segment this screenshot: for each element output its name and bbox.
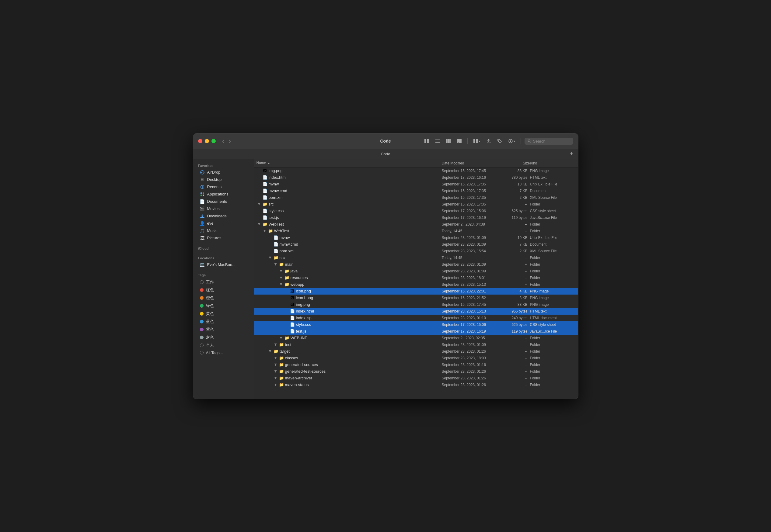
expand-arrow[interactable]: ▶	[280, 283, 283, 286]
sidebar-item-music[interactable]: 🎵 Music	[195, 227, 252, 234]
sidebar-tag-blue[interactable]: 蓝色	[195, 318, 252, 326]
table-row[interactable]: 🖼 icon1.png September 16, 2023, 21:52 3 …	[254, 295, 578, 301]
file-icon: 🖼	[290, 302, 295, 307]
table-row[interactable]: ▶ 📁 maven-status September 23, 2023, 01:…	[254, 382, 578, 388]
expand-arrow[interactable]: ▶	[274, 383, 278, 387]
table-row[interactable]: ▶ 📁 WEB-INF September 2...2023, 02:05 --…	[254, 335, 578, 341]
table-row[interactable]: 📄 mvnw.cmd September 23, 2023, 01:09 7 K…	[254, 241, 578, 248]
table-row[interactable]: ▶ 📁 classes September 23, 2023, 18:03 --…	[254, 355, 578, 361]
search-bar[interactable]	[524, 138, 573, 145]
expand-arrow[interactable]: ▶	[280, 336, 283, 340]
sidebar-tag-yellow[interactable]: 黄色	[195, 310, 252, 318]
tag-label-orange: 橙色	[206, 295, 214, 301]
table-row[interactable]: ▶ 📁 java September 23, 2023, 01:09 -- Fo…	[254, 268, 578, 275]
table-row[interactable]: ▶ 📁 generated-sources September 23, 2023…	[254, 361, 578, 368]
file-name-text: img.png	[296, 302, 310, 307]
table-row[interactable]: 📄 index.html September 23, 2023, 15:13 9…	[254, 308, 578, 315]
sidebar-item-pictures[interactable]: 🖼 Pictures	[195, 234, 252, 242]
column-view-button[interactable]	[444, 137, 453, 145]
sidebar-tag-personal[interactable]: 个人	[195, 341, 252, 349]
table-row[interactable]: ▶ 📁 test September 23, 2023, 01:09 -- Fo…	[254, 341, 578, 348]
table-row[interactable]: 📄 test.js September 17, 2023, 16:19 119 …	[254, 214, 578, 221]
expand-arrow[interactable]: ▶	[258, 223, 261, 226]
maximize-button[interactable]	[212, 139, 216, 143]
action-button[interactable]: ▾	[506, 137, 517, 145]
titlebar: ‹ › Code ▾	[193, 133, 578, 149]
table-row[interactable]: ▶ 📁 main September 23, 2023, 01:09 -- Fo…	[254, 261, 578, 268]
sidebar-tag-purple[interactable]: 紫色	[195, 326, 252, 333]
file-icon: 📁	[285, 275, 289, 280]
expand-arrow[interactable]: ▶	[263, 229, 267, 233]
search-input[interactable]	[533, 139, 569, 143]
table-row[interactable]: ▶ 📁 generated-test-sources September 23,…	[254, 368, 578, 375]
table-row[interactable]: ▶ 📁 webapp September 23, 2023, 15:13 -- …	[254, 281, 578, 288]
tag-dot-gray	[200, 336, 204, 339]
file-icon: 📄	[263, 188, 268, 193]
table-row[interactable]: ▶ 📁 src Today, 14:45 -- Folder	[254, 254, 578, 261]
table-row[interactable]: ▶ 📁 resources September 23, 2023, 18:01 …	[254, 275, 578, 281]
expand-arrow[interactable]: ▶	[274, 363, 278, 367]
sidebar-item-desktop[interactable]: 🖥 Desktop	[195, 176, 252, 183]
list-view-button[interactable]	[433, 137, 442, 145]
minimize-button[interactable]	[205, 139, 209, 143]
table-row[interactable]: ▶ 📁 src September 15, 2023, 17:35 -- Fol…	[254, 201, 578, 208]
kind-cell: Folder	[530, 276, 575, 280]
table-row[interactable]: ▶ 📁 WebTest September 2...2023, 04:38 --…	[254, 221, 578, 228]
sidebar-item-downloads[interactable]: Downloads	[195, 212, 252, 220]
date-cell: September 16, 2023, 22:01	[442, 289, 503, 293]
table-row[interactable]: 📄 mvnw September 23, 2023, 01:09 10 KB U…	[254, 234, 578, 241]
sidebar-item-airdrop[interactable]: AirDrop	[195, 169, 252, 176]
table-row[interactable]: 📄 pom.xml September 15, 2023, 17:35 2 KB…	[254, 194, 578, 201]
table-row[interactable]: 📄 index.html September 17, 2023, 16:16 7…	[254, 174, 578, 181]
expand-arrow[interactable]: ▶	[269, 350, 272, 353]
file-icon: 📄	[274, 242, 278, 247]
table-row[interactable]: 🖼 icon.png September 16, 2023, 22:01 4 K…	[254, 288, 578, 295]
sidebar-item-recents[interactable]: Recents	[195, 183, 252, 191]
table-row[interactable]: 📄 index.jsp September 23, 2023, 01:10 24…	[254, 315, 578, 321]
sidebar-item-documents[interactable]: 📄 Documents	[195, 198, 252, 205]
tag-label-purple: 紫色	[206, 327, 214, 332]
table-row[interactable]: 📄 pom.xml September 23, 2023, 15:54 2 KB…	[254, 248, 578, 254]
gallery-view-button[interactable]	[455, 137, 464, 145]
kind-cell: Folder	[530, 262, 575, 267]
expand-arrow[interactable]: ▶	[258, 202, 261, 206]
back-button[interactable]: ‹	[221, 137, 226, 145]
expand-arrow[interactable]: ▶	[280, 269, 283, 273]
sidebar-tag-red[interactable]: 红色	[195, 286, 252, 294]
sidebar-item-eve[interactable]: 👤 eve	[195, 220, 252, 227]
share-button[interactable]	[484, 137, 493, 145]
expand-arrow[interactable]: ▶	[274, 343, 278, 347]
sidebar-all-tags[interactable]: All Tags...	[195, 349, 252, 356]
forward-button[interactable]: ›	[227, 137, 233, 145]
expand-arrow[interactable]: ▶	[274, 356, 278, 360]
expand-arrow[interactable]: ▶	[274, 370, 278, 373]
expand-arrow[interactable]: ▶	[274, 263, 278, 266]
tag-button[interactable]	[495, 137, 504, 145]
table-row[interactable]: 📄 mvnw.cmd September 15, 2023, 17:35 7 K…	[254, 188, 578, 194]
sidebar-tag-gongzuo[interactable]: 工作	[195, 278, 252, 286]
plus-button[interactable]: +	[570, 151, 573, 157]
sidebar-item-movies[interactable]: 🎬 Movies	[195, 205, 252, 212]
svg-rect-9	[449, 139, 451, 143]
table-row[interactable]: 📄 test.js September 17, 2023, 16:19 119 …	[254, 328, 578, 335]
view-icon-button[interactable]	[422, 137, 431, 145]
close-button[interactable]	[198, 139, 202, 143]
table-row[interactable]: ▶ 📁 maven-archiver September 23, 2023, 0…	[254, 375, 578, 382]
expand-arrow[interactable]: ▶	[269, 256, 272, 260]
sidebar-tag-gray[interactable]: 灰色	[195, 333, 252, 341]
table-row[interactable]: ▶ 📁 target September 23, 2023, 01:26 -- …	[254, 348, 578, 355]
sidebar-tag-orange[interactable]: 橙色	[195, 294, 252, 302]
expand-arrow[interactable]: ▶	[274, 376, 278, 380]
file-name-cell: ▶ 📁 resources	[257, 275, 442, 280]
table-row[interactable]: 🖼 img.png September 15, 2023, 17:45 83 K…	[254, 168, 578, 174]
sidebar-tag-green[interactable]: 绿色	[195, 302, 252, 310]
table-row[interactable]: 📄 style.css September 17, 2023, 15:06 62…	[254, 321, 578, 328]
sidebar-item-applications[interactable]: Applications	[195, 191, 252, 198]
table-row[interactable]: 🖼 img.png September 15, 2023, 17:45 83 K…	[254, 301, 578, 308]
table-row[interactable]: 📄 style.css September 17, 2023, 15:06 62…	[254, 208, 578, 214]
table-row[interactable]: 📄 mvnw September 15, 2023, 17:35 10 KB U…	[254, 181, 578, 188]
sidebar-item-mac[interactable]: 💻 Eve's MacBoo...	[195, 261, 252, 268]
table-row[interactable]: ▶ 📁 WebTest Today, 14:45 -- Folder	[254, 228, 578, 234]
group-button[interactable]: ▾	[471, 137, 482, 145]
expand-arrow[interactable]: ▶	[280, 276, 283, 280]
